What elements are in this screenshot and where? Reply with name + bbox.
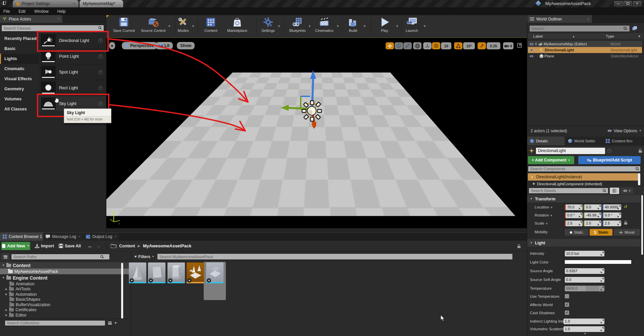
- item-rect-light[interactable]: Rect Light ?: [39, 80, 106, 96]
- move-tool-button[interactable]: [386, 42, 394, 49]
- filter-icon[interactable]: ▼: [638, 35, 641, 38]
- tab-content-browser[interactable]: Content Bro: [603, 137, 643, 145]
- close-icon[interactable]: ×: [73, 1, 75, 6]
- source-control-button[interactable]: Source Control: [141, 16, 165, 33]
- category-lights[interactable]: Lights: [0, 54, 39, 64]
- tree-animation[interactable]: Animation: [0, 281, 131, 287]
- light-section-header[interactable]: ▼Light: [527, 239, 641, 247]
- location-label[interactable]: Location ▼: [535, 205, 553, 209]
- world-local-toggle[interactable]: [413, 42, 422, 49]
- mobility-stationary-button[interactable]: Static: [590, 229, 612, 236]
- asset-search-input[interactable]: [157, 253, 513, 260]
- rotate-tool-button[interactable]: [395, 42, 403, 49]
- scroll-more-icon[interactable]: ▼: [584, 332, 587, 335]
- maximize-viewport-button[interactable]: [517, 43, 522, 48]
- scale-z-field[interactable]: 2.5: [602, 221, 621, 226]
- scale-snap-toggle[interactable]: [478, 42, 486, 49]
- lock-icon[interactable]: [638, 148, 642, 153]
- asset-plane[interactable]: ★: [206, 262, 224, 283]
- minimize-button[interactable]: —: [614, 1, 623, 6]
- breadcrumb-content[interactable]: Content: [119, 244, 135, 248]
- build-button[interactable]: Build: [347, 16, 359, 33]
- outliner-row-plane[interactable]: Plane StaticMeshActor: [528, 53, 642, 59]
- category-visual-effects[interactable]: Visual Effects: [0, 74, 39, 84]
- outliner-row-map[interactable]: ▼ MyAwesomeMap (Editor) World: [528, 41, 642, 47]
- help-icon[interactable]: ?: [98, 86, 103, 90]
- light-color-swatch[interactable]: [565, 260, 631, 264]
- tab-myawesomemap[interactable]: MyAwesomeMap*: [80, 0, 123, 7]
- sun-sprite[interactable]: [302, 101, 321, 121]
- source-angle-field[interactable]: 0.5357: [565, 268, 604, 274]
- tree-editor[interactable]: ▶Editor: [0, 313, 131, 318]
- indirect-lighting-field[interactable]: 1.0: [563, 319, 604, 324]
- asset-cylinder[interactable]: ★: [167, 262, 185, 283]
- tab-output-log[interactable]: >_ Output Log ×: [83, 233, 119, 241]
- component-row-inherited[interactable]: DirectionalLightComponent (Inherited): [532, 182, 639, 186]
- affects-world-checkbox[interactable]: ✓: [565, 302, 569, 307]
- column-label[interactable]: Label: [533, 34, 543, 38]
- surface-snapping-button[interactable]: [423, 42, 432, 49]
- category-volumes[interactable]: Volumes: [0, 94, 39, 104]
- category-recently-placed[interactable]: Recently Placed: [0, 34, 39, 44]
- back-button[interactable]: ←: [88, 243, 93, 249]
- actor-name-input[interactable]: DirectionalLight: [536, 148, 605, 154]
- component-row-instance[interactable]: DirectionalLight(Instance): [528, 173, 639, 181]
- rotation-snap-toggle[interactable]: [454, 42, 462, 49]
- add-new-button[interactable]: Add New▼: [1, 242, 30, 250]
- tree-automation[interactable]: ▶Automation: [0, 292, 131, 297]
- expand-corner[interactable]: [106, 15, 109, 18]
- chevron-down-icon[interactable]: ▼: [336, 25, 339, 28]
- chevron-down-icon[interactable]: ▼: [278, 25, 281, 28]
- tree-buffervisualization[interactable]: BufferVisualization: [0, 302, 131, 307]
- outliner-search-input[interactable]: [529, 25, 630, 32]
- chevron-down-icon[interactable]: ▼: [363, 25, 366, 28]
- asset-cone[interactable]: ★: [129, 262, 146, 283]
- item-spot-light[interactable]: Spot Light ?: [39, 64, 106, 80]
- tree-basicshapes[interactable]: BasicShapes: [0, 297, 131, 302]
- tree-myawesomeassetpack[interactable]: MyAwesomeAssetPack: [0, 269, 131, 274]
- scale-label[interactable]: Scale ▼: [535, 221, 548, 225]
- chevron-down-icon[interactable]: ▼: [192, 25, 195, 28]
- lock-icon[interactable]: [517, 244, 521, 248]
- intensity-field[interactable]: 10.0 lux: [565, 251, 604, 256]
- chevron-down-icon[interactable]: ▼: [423, 25, 426, 28]
- location-x-field[interactable]: 70.0: [565, 204, 583, 210]
- cast-shadows-checkbox[interactable]: ✓: [565, 310, 569, 315]
- source-soft-angle-field[interactable]: 0.0: [565, 277, 604, 283]
- place-actors-tab[interactable]: Place Actors ×: [0, 15, 62, 23]
- close-button[interactable]: ×: [633, 1, 641, 6]
- menu-window[interactable]: Window: [34, 9, 49, 14]
- tab-project-settings[interactable]: Project Settings ×: [13, 0, 79, 7]
- save-all-button[interactable]: Save All: [59, 244, 81, 248]
- scale-tool-button[interactable]: [403, 42, 412, 49]
- close-icon[interactable]: ×: [114, 234, 116, 239]
- viewport[interactable]: ▾ Perspective Lit Show 10: [106, 38, 527, 228]
- search-paths-input[interactable]: [11, 254, 110, 260]
- tab-content-browser-1[interactable]: Content Browser 1 ×: [0, 233, 49, 241]
- camera-speed-button[interactable]: 4: [503, 42, 513, 49]
- help-icon[interactable]: ?: [98, 39, 103, 43]
- search-components-input[interactable]: [528, 166, 641, 172]
- chevron-down-icon[interactable]: ▼: [168, 25, 171, 28]
- world-outliner-tab[interactable]: World Outliner ×: [527, 15, 592, 23]
- mobility-static-button[interactable]: Static: [565, 229, 588, 236]
- collections-list-icon[interactable]: [108, 322, 112, 325]
- menu-file[interactable]: File: [3, 9, 10, 14]
- chevron-down-icon[interactable]: ▼: [396, 25, 399, 28]
- rotation-label[interactable]: Rotation ▼: [535, 213, 553, 217]
- cinematics-button[interactable]: Cinematics: [315, 16, 333, 33]
- tab-world-settings[interactable]: World Settin: [565, 137, 602, 145]
- lit-mode-button[interactable]: Lit: [155, 42, 173, 49]
- help-icon[interactable]: ?: [98, 70, 103, 75]
- transform-gizmo[interactable]: [279, 64, 350, 141]
- add-collection-button[interactable]: +: [114, 321, 117, 325]
- category-geometry[interactable]: Geometry: [0, 84, 39, 94]
- property-matrix-button[interactable]: [610, 188, 619, 194]
- category-all-classes[interactable]: All Classes: [0, 104, 39, 114]
- location-z-field[interactable]: 49.9999: [602, 204, 621, 210]
- close-icon[interactable]: ×: [78, 234, 81, 239]
- column-type[interactable]: Type: [606, 34, 614, 38]
- tree-content-root[interactable]: ▼ Content: [0, 262, 131, 269]
- show-menu-button[interactable]: Show: [177, 42, 195, 49]
- add-component-button[interactable]: + Add Component▼: [528, 156, 574, 164]
